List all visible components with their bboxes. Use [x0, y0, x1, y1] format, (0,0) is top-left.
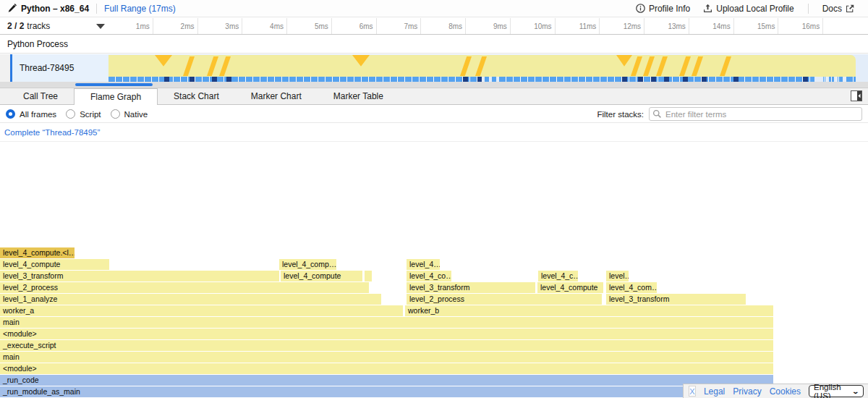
activity-dark-segment — [190, 77, 195, 82]
activity-gap — [489, 77, 492, 82]
ruler-tick: 15ms — [734, 18, 779, 34]
flame-bar[interactable]: level_4_comp… — [279, 259, 336, 270]
thread-track: Thread-78495 — [0, 54, 868, 82]
flame-bar[interactable]: level_1_analyze — [0, 294, 381, 305]
activity-gap — [814, 77, 823, 82]
horizontal-splitter[interactable] — [0, 82, 868, 88]
triangle-marker — [155, 55, 172, 71]
flame-bar[interactable]: worker_a — [0, 305, 403, 316]
tab-call-tree[interactable]: Call Tree — [7, 88, 74, 104]
upload-label: Upload Local Profile — [716, 4, 793, 14]
full-range-link[interactable]: Full Range (17ms) — [104, 4, 176, 14]
filter-stacks-input[interactable] — [649, 107, 862, 121]
thread-activity-track[interactable] — [109, 54, 856, 82]
tab-marker-chart[interactable]: Marker Chart — [235, 88, 318, 104]
upload-profile-button[interactable]: Upload Local Profile — [703, 4, 793, 14]
slash-marker — [631, 56, 642, 76]
flame-bar[interactable]: level… — [606, 271, 629, 281]
ruler-tick: 8ms — [421, 18, 466, 34]
flame-bar[interactable]: level_3_transform — [407, 282, 535, 293]
flame-bar[interactable]: level_3_transform — [0, 271, 279, 281]
activity-gap — [482, 77, 485, 82]
tracks-dropdown[interactable]: 2 / 2 tracks — [0, 18, 109, 34]
ruler-tick: 6ms — [332, 18, 377, 34]
profile-info-button[interactable]: Profile Info — [636, 4, 690, 14]
upload-icon — [703, 4, 712, 13]
flame-bar[interactable]: level_4_co… — [407, 271, 451, 281]
process-track-header[interactable]: Python Process — [0, 35, 868, 54]
flame-bar[interactable]: main — [0, 352, 773, 363]
slash-marker — [692, 56, 703, 76]
ruler-tick: 12ms — [600, 18, 644, 34]
flame-bar[interactable]: _run_code — [0, 375, 773, 386]
slash-marker — [656, 56, 668, 76]
footer-link-privacy[interactable]: Privacy — [733, 386, 761, 397]
radio-label: All frames — [20, 110, 56, 119]
triangle-marker — [616, 55, 632, 71]
chevron-down-icon — [96, 24, 105, 29]
activity-dark-segment — [651, 77, 656, 82]
radio-label: Native — [124, 110, 148, 119]
flame-graph-canvas[interactable]: level_4_compute.<l…level_4_computelevel_… — [0, 142, 868, 398]
flame-bar[interactable]: worker_b — [405, 305, 773, 316]
sidebar-toggle-icon[interactable] — [851, 90, 862, 102]
ruler-tick: 10ms — [511, 18, 556, 34]
activity-dark-segment — [622, 77, 627, 82]
flame-bar[interactable]: level_4_c… — [538, 271, 578, 281]
footer-close-button[interactable]: X — [689, 386, 696, 397]
thread-track-label[interactable]: Thread-78495 — [12, 54, 109, 82]
tab-stack-chart[interactable]: Stack Chart — [158, 88, 235, 104]
triangle-marker — [352, 55, 370, 71]
track-gutter — [0, 54, 10, 82]
tracks-count: 2 / 2 — [7, 21, 24, 31]
flame-bar[interactable]: <module> — [0, 363, 773, 374]
chevron-down-icon: ⌄ — [852, 388, 860, 395]
flame-bar[interactable]: _execute_script — [0, 340, 773, 351]
activity-gap — [834, 77, 838, 82]
tab-marker-table[interactable]: Marker Table — [318, 88, 399, 104]
ruler-tick: 16ms — [778, 18, 823, 34]
flame-bar[interactable]: level_2_process — [0, 282, 369, 293]
ruler-tick: 1ms — [109, 18, 153, 34]
footer-link-cookies[interactable]: Cookies — [770, 386, 801, 397]
language-select[interactable]: English (US) ⌄ — [809, 385, 864, 397]
info-icon — [636, 4, 645, 13]
slash-marker — [207, 56, 218, 76]
flame-bar[interactable]: level_4_compute — [537, 282, 603, 293]
flame-bar[interactable]: level_4_compute — [281, 271, 362, 281]
flame-bar[interactable]: level_2_process — [407, 294, 602, 305]
breadcrumb[interactable]: Complete “Thread-78495” — [4, 128, 100, 137]
radio-native[interactable]: Native — [111, 109, 148, 119]
ruler-tick: 3ms — [198, 18, 243, 34]
cpu-activity-strip — [109, 77, 856, 82]
flame-bar[interactable]: level_4_com… — [606, 282, 657, 293]
flame-bar[interactable]: level_4_compute — [0, 259, 109, 270]
ruler-tick: 13ms — [644, 18, 689, 34]
slash-marker — [219, 56, 231, 76]
flame-bar[interactable]: level_4_compute.<l… — [0, 247, 75, 258]
activity-dark-segment — [803, 77, 808, 82]
edit-pencil-icon[interactable] — [7, 4, 17, 13]
activity-dark-segment — [683, 77, 688, 82]
flame-bar[interactable]: main — [0, 317, 773, 328]
ruler-tick: 14ms — [689, 18, 734, 34]
radio-script[interactable]: Script — [66, 109, 101, 119]
profile-title: Python – x86_64 — [21, 4, 89, 14]
external-link-icon — [846, 4, 854, 13]
tab-flame-graph[interactable]: Flame Graph — [74, 88, 158, 105]
activity-dark-segment — [638, 77, 643, 82]
scrollbar-thumb[interactable] — [75, 83, 153, 86]
docs-link[interactable]: Docs — [822, 4, 854, 14]
footer-link-legal[interactable]: Legal — [704, 386, 725, 397]
flame-bar[interactable]: level_3_transform — [606, 294, 746, 305]
slash-marker — [475, 56, 487, 76]
flame-bar[interactable] — [365, 271, 372, 281]
flame-bar[interactable]: level_4… — [407, 259, 440, 270]
flame-bar[interactable]: _run_module_as_main — [0, 386, 773, 397]
footer-links: LegalPrivacyCookies — [704, 386, 801, 397]
profile-info-label: Profile Info — [649, 4, 690, 14]
language-value: English (US) — [814, 383, 843, 398]
flame-bar[interactable]: <module> — [0, 329, 773, 339]
ruler-tick: 4ms — [242, 18, 287, 34]
radio-all-frames[interactable]: All frames — [6, 109, 56, 119]
